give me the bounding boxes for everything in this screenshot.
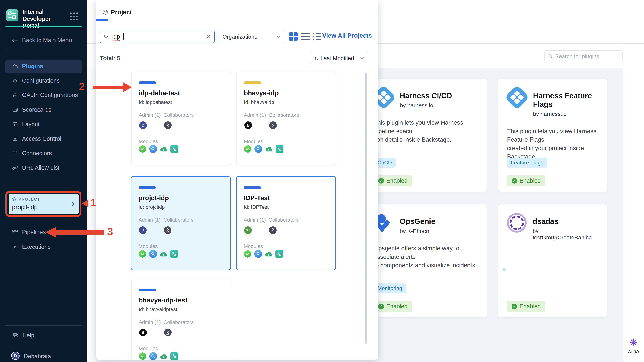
branch-icon [12, 150, 18, 157]
sidebar-item-plugins[interactable]: Plugins [6, 60, 82, 73]
person-icon [166, 123, 170, 128]
annotation-arrow-2-shaft [93, 86, 123, 89]
project-card-projct-idp[interactable]: projct-idp Id: projctidp Admin (1) Colla… [131, 176, 231, 270]
plugin-author: by harness.io [400, 102, 452, 109]
sidebar-item-layout[interactable]: Layout [6, 119, 82, 130]
plugin-description: Opsgenie offers a simple way to associat… [374, 244, 478, 269]
total-count-label: Total: 5 [100, 55, 120, 62]
cd-module-icon: ∞ [139, 352, 146, 360]
sidebar-item-connectors[interactable]: Connectors [6, 147, 82, 159]
annotation-notch-1 [82, 199, 88, 208]
user-avatar[interactable]: D [11, 352, 20, 360]
sidebar-item-configurations[interactable]: ⚙ Configurations [6, 75, 82, 87]
person-icon [270, 228, 275, 233]
project-card-bhavya-idp-test[interactable]: bhavya-idp-test Id: bhavyaidptest Admin … [131, 279, 231, 360]
collaborator-avatar [269, 121, 278, 130]
plugin-card-dsadas[interactable]: dsadas by testGroupCreateSahiba ✓Enabled [498, 204, 607, 317]
chaos-module-icon [254, 145, 262, 153]
project-name: idp-deba-test [139, 89, 180, 97]
sidebar-item-executions[interactable]: Executions [6, 241, 82, 253]
project-card-idp-deba-test[interactable]: idp-deba-test Id: idpdebatest Admin (1) … [131, 72, 231, 165]
modules-label: Modules [244, 243, 263, 249]
plugin-title: dsadas [532, 217, 598, 226]
arrow-left-icon [12, 38, 18, 43]
list-view-button[interactable] [313, 33, 321, 40]
chaos-module-icon [149, 145, 157, 153]
sidebar-item-oauth-configurations[interactable]: OAuth Configurations [6, 89, 82, 101]
row-view-button[interactable] [301, 33, 310, 40]
project-card-idp-test[interactable]: IDP-Test Id: IDPTest Admin (1) Collabora… [236, 176, 336, 270]
plugin-tag: Feature Flags [507, 158, 547, 168]
lock-icon [12, 92, 18, 98]
pipelines-icon [12, 229, 18, 235]
sidebar-item-access-control[interactable]: Access Control [6, 133, 82, 145]
status-badge: ✓Enabled [507, 175, 546, 186]
check-icon: ✓ [512, 304, 517, 309]
plugin-author: by testGroupCreateSahiba [532, 228, 598, 241]
cloud-cost-module-icon: $ [160, 250, 168, 258]
collaborator-avatar [268, 226, 277, 234]
chaos-module-icon [149, 250, 157, 258]
project-name: bhavya-idp [244, 89, 279, 97]
collaborator-avatar [164, 121, 172, 130]
gears-icon: ⚙ [12, 78, 18, 84]
right-rail [623, 44, 644, 362]
plugin-card-feature-flags[interactable]: Harness Feature Flags by harness.io This… [498, 79, 607, 192]
status-badge: ✓Enabled [374, 175, 412, 186]
aida-widget[interactable]: ❋ AIDA [623, 337, 644, 355]
layout-icon [12, 121, 18, 128]
plugin-card-harness-cicd[interactable]: Harness CI/CD by harness.io This plugin … [365, 79, 487, 192]
view-all-projects-link[interactable]: View All Projects [322, 32, 372, 39]
modal-scrollbar[interactable] [365, 73, 367, 343]
purple-ring-logo [507, 213, 526, 233]
chevron-down-icon [360, 57, 364, 60]
project-color-pill [139, 81, 156, 84]
app-switcher-icon[interactable] [70, 13, 78, 21]
sidebar-item-help[interactable]: ? Help [6, 330, 82, 341]
modules-label: Modules [139, 139, 158, 144]
plugin-card-opsgenie[interactable]: OpsGenie by K-Phoen Opsgenie offers a si… [365, 204, 487, 317]
project-search-input[interactable]: idp ✕ [100, 31, 214, 43]
collaborators-label: Collaborators [163, 217, 194, 223]
organizations-dropdown[interactable]: Organizations [218, 31, 285, 43]
admin-label: Admin (1) [244, 112, 266, 118]
project-card-bhavya-idp[interactable]: bhavya-idp Id: bhavyaidp Admin (1) Colla… [236, 72, 336, 165]
project-id: Id: projctidp [138, 204, 165, 210]
admin-avatar: SJ [244, 226, 252, 234]
back-to-main-menu[interactable]: Back to Main Menu [12, 37, 72, 44]
cloud-cost-module-icon: $ [160, 145, 168, 153]
tab-label: Project [111, 9, 132, 16]
cube-icon [102, 9, 108, 15]
collaborators-label: Collaborators [164, 319, 194, 325]
plugins-search-field[interactable] [544, 50, 622, 62]
sidebar-item-label: Access Control [22, 135, 61, 142]
page-left-strip [86, 68, 96, 362]
person-icon [12, 136, 18, 142]
annotation-arrow-2-head [123, 82, 132, 92]
admin-avatar: B [244, 121, 252, 130]
clear-search-icon[interactable]: ✕ [206, 34, 211, 40]
search-query-text: idp [112, 33, 120, 40]
svg-text:$: $ [163, 148, 165, 151]
sidebar-item-label: Pipelines [22, 229, 46, 236]
brand-accent-rule [6, 26, 82, 27]
idp-app-logo [6, 9, 18, 21]
idp-module-icon [170, 250, 178, 258]
sidebar-item-url-allow-list[interactable]: URL Allow List [6, 162, 82, 174]
check-icon: ✓ [512, 178, 517, 184]
aida-icon: ❋ [623, 337, 644, 348]
grid-view-button[interactable] [289, 32, 298, 41]
sort-dropdown[interactable]: ↑↓ Last Modified [310, 52, 368, 64]
sidebar: Internal Developer Portal Back to Main M… [0, 0, 86, 362]
executions-icon [12, 244, 18, 250]
plugins-search-input[interactable] [555, 53, 619, 60]
status-badge: ✓Enabled [374, 301, 412, 312]
sidebar-item-label: Layout [22, 121, 40, 128]
sort-dropdown-value: Last Modified [320, 55, 354, 61]
tab-project[interactable]: Project [102, 9, 132, 16]
project-color-pill [138, 186, 156, 189]
admin-label: Admin (1) [139, 319, 161, 325]
admin-label: Admin (1) [138, 217, 160, 223]
plugin-description: This plugin lets you view Harness pipeli… [374, 119, 478, 144]
sidebar-item-scorecards[interactable]: Scorecards [6, 104, 82, 116]
